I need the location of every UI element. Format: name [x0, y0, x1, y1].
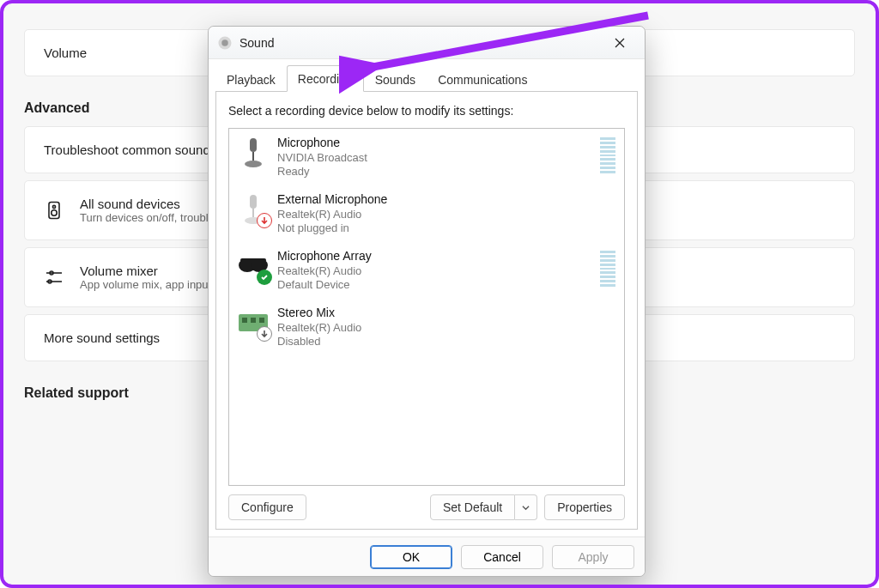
cancel-button[interactable]: Cancel — [461, 545, 543, 569]
svg-rect-21 — [242, 318, 247, 323]
device-status: Not plugged in — [277, 221, 387, 235]
recording-pane: Select a recording device below to modif… — [215, 91, 638, 530]
device-name: External Microphone — [277, 192, 387, 208]
device-icon — [236, 136, 270, 170]
svg-rect-14 — [250, 195, 257, 209]
device-icon — [236, 249, 270, 283]
dialog-title: Sound — [239, 36, 274, 50]
device-status: Disabled — [277, 335, 361, 349]
svg-rect-23 — [259, 318, 264, 323]
device-name: Microphone Array — [277, 249, 372, 264]
device-row[interactable]: External MicrophoneRealtek(R) AudioNot p… — [229, 185, 624, 242]
device-vendor: Realtek(R) Audio — [277, 264, 372, 278]
level-meter — [600, 249, 615, 287]
instruction-text: Select a recording device below to modif… — [228, 104, 625, 118]
set-default-button[interactable]: Set Default — [430, 494, 515, 520]
svg-point-13 — [245, 161, 262, 167]
properties-button[interactable]: Properties — [544, 494, 625, 520]
volume-label: Volume — [44, 45, 87, 60]
device-icon — [236, 306, 270, 340]
device-status: Default Device — [277, 278, 372, 292]
svg-point-1 — [52, 205, 55, 208]
svg-rect-22 — [251, 318, 256, 323]
tab-sounds[interactable]: Sounds — [364, 66, 427, 92]
level-meter — [600, 136, 615, 173]
device-name: Stereo Mix — [277, 306, 361, 321]
tabstrip: Playback Recording Sounds Communications — [209, 63, 645, 91]
tab-recording[interactable]: Recording — [287, 65, 364, 92]
set-default-split: Set Default — [430, 494, 537, 520]
configure-button[interactable]: Configure — [228, 494, 306, 520]
svg-rect-19 — [240, 258, 266, 262]
svg-point-8 — [221, 39, 228, 46]
device-vendor: NVIDIA Broadcast — [277, 151, 367, 165]
svg-point-2 — [52, 210, 57, 215]
speaker-icon — [44, 200, 64, 221]
sound-app-icon — [217, 35, 233, 51]
device-row[interactable]: MicrophoneNVIDIA BroadcastReady — [229, 129, 624, 185]
titlebar[interactable]: Sound — [209, 27, 645, 59]
svg-rect-11 — [250, 138, 257, 152]
ok-button[interactable]: OK — [370, 545, 452, 569]
sound-dialog: Sound Playback Recording Sounds Communic… — [208, 26, 646, 577]
close-icon — [615, 38, 625, 48]
more-sound-settings-label: More sound settings — [44, 330, 160, 345]
tab-communications[interactable]: Communications — [427, 66, 538, 92]
tab-playback[interactable]: Playback — [215, 66, 287, 92]
dialog-footer: OK Cancel Apply — [209, 536, 645, 576]
set-default-dropdown[interactable] — [515, 494, 537, 520]
device-name: Microphone — [277, 136, 367, 151]
chevron-down-icon — [522, 504, 530, 512]
device-row[interactable]: Stereo MixRealtek(R) AudioDisabled — [229, 299, 624, 355]
device-vendor: Realtek(R) Audio — [277, 321, 361, 335]
sliders-icon — [44, 267, 64, 288]
close-button[interactable] — [603, 30, 636, 56]
device-vendor: Realtek(R) Audio — [277, 208, 387, 221]
action-row: Configure Set Default Properties — [228, 494, 625, 520]
apply-button[interactable]: Apply — [552, 545, 634, 569]
device-row[interactable]: Microphone ArrayRealtek(R) AudioDefault … — [229, 242, 624, 299]
device-icon — [236, 192, 270, 227]
device-status: Ready — [277, 165, 367, 179]
device-list[interactable]: MicrophoneNVIDIA BroadcastReadyExternal … — [228, 128, 625, 486]
